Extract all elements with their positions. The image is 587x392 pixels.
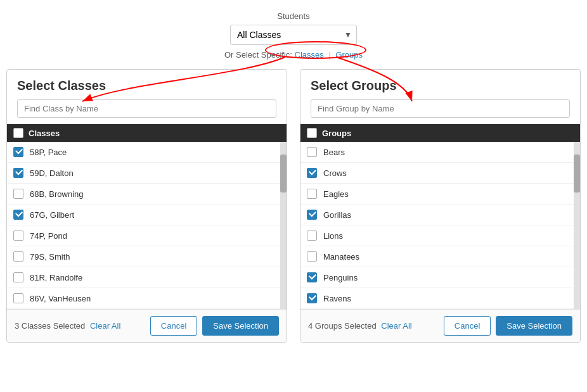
groups-header-label: Groups <box>322 129 351 138</box>
item-label: 59D, Dalton <box>30 168 74 178</box>
item-checkbox-checked[interactable] <box>307 293 317 303</box>
item-checkbox-unchecked[interactable] <box>13 293 23 303</box>
list-item[interactable]: 86V, VanHeusen <box>7 288 280 309</box>
item-checkbox-unchecked[interactable] <box>307 147 317 157</box>
classes-list-wrapper: 58P, Pace 59D, Dalton 68B, Browning 67G,… <box>7 142 287 309</box>
item-checkbox-checked[interactable] <box>13 210 23 220</box>
pipe-separator: | <box>328 50 330 60</box>
item-label: Eagles <box>323 189 349 199</box>
item-label: Crows <box>323 168 347 178</box>
groups-list-header: Groups <box>300 124 580 142</box>
list-item[interactable]: 79S, Smith <box>7 246 280 267</box>
item-label: 68B, Browning <box>30 189 84 199</box>
classes-save-button[interactable]: Save Selection <box>202 316 279 336</box>
item-checkbox-checked[interactable] <box>307 210 317 220</box>
list-item[interactable]: 67G, Gilbert <box>7 205 280 225</box>
item-label: 58P, Pace <box>30 148 67 157</box>
item-label: Ravens <box>323 294 351 303</box>
item-checkbox-checked[interactable] <box>13 168 23 178</box>
students-dropdown-wrapper: All Classes Specific Class All Groups ▼ <box>230 25 357 45</box>
list-item[interactable]: Crows <box>300 163 574 184</box>
groups-link[interactable]: Groups <box>335 50 363 60</box>
classes-panel-footer: 3 Classes Selected Clear All Cancel Save… <box>7 309 287 342</box>
item-checkbox-checked[interactable] <box>307 272 317 282</box>
classes-selection-count: 3 Classes Selected Clear All <box>15 321 145 331</box>
item-label: 74P, Pond <box>30 231 67 241</box>
top-section: Students All Classes Specific Class All … <box>0 0 587 66</box>
groups-clear-all-link[interactable]: Clear All <box>381 321 411 331</box>
groups-scrollbar-track[interactable] <box>574 142 580 309</box>
classes-header-checkbox[interactable] <box>13 128 23 138</box>
list-item[interactable]: 74P, Pond <box>7 225 280 246</box>
list-item[interactable]: Bears <box>300 142 574 163</box>
list-item[interactable]: Manatees <box>300 246 574 267</box>
item-checkbox-unchecked[interactable] <box>13 272 23 282</box>
classes-list-header: Classes <box>7 124 287 142</box>
or-select-line: Or Select Specific: Classes | Groups <box>224 50 363 60</box>
groups-save-button[interactable]: Save Selection <box>496 316 572 336</box>
item-checkbox-checked[interactable] <box>307 168 317 178</box>
groups-scrollbar-thumb[interactable] <box>574 155 580 193</box>
groups-list-wrapper: Bears Crows Eagles Gorillas Lions <box>300 142 580 309</box>
groups-header-checkbox[interactable] <box>307 128 317 138</box>
item-label: 79S, Smith <box>30 252 70 262</box>
groups-selection-count: 4 Groups Selected Clear All <box>308 321 439 331</box>
classes-panel-title: Select Classes <box>7 70 287 99</box>
list-item[interactable]: 68B, Browning <box>7 184 280 205</box>
list-item[interactable]: Lions <box>300 225 574 246</box>
list-item[interactable]: 59D, Dalton <box>7 163 280 184</box>
classes-scrollbar-thumb[interactable] <box>280 155 287 193</box>
students-dropdown[interactable]: All Classes Specific Class All Groups <box>230 25 357 45</box>
groups-search-input[interactable] <box>311 99 570 118</box>
groups-panel-title: Select Groups <box>300 70 580 99</box>
classes-header-label: Classes <box>29 129 60 138</box>
groups-list-scroll[interactable]: Bears Crows Eagles Gorillas Lions <box>300 142 574 309</box>
item-checkbox-unchecked[interactable] <box>307 231 317 241</box>
item-checkbox-unchecked[interactable] <box>13 231 23 241</box>
panels-container: Select Classes Classes 58P, Pace 59D, Da… <box>0 69 587 343</box>
item-checkbox-unchecked[interactable] <box>13 189 23 199</box>
item-label: Bears <box>323 148 345 157</box>
item-label: Manatees <box>323 252 359 262</box>
item-label: 81R, Randolfe <box>30 273 82 282</box>
list-item[interactable]: Gorillas <box>300 205 574 225</box>
item-checkbox-unchecked[interactable] <box>13 251 23 262</box>
classes-scrollbar-track[interactable] <box>280 142 287 309</box>
list-item[interactable]: Eagles <box>300 184 574 205</box>
classes-clear-all-link[interactable]: Clear All <box>90 321 120 331</box>
classes-list-scroll[interactable]: 58P, Pace 59D, Dalton 68B, Browning 67G,… <box>7 142 280 309</box>
list-item[interactable]: Penguins <box>300 267 574 288</box>
classes-search-input[interactable] <box>17 99 276 118</box>
groups-cancel-button[interactable]: Cancel <box>444 316 491 336</box>
classes-cancel-button[interactable]: Cancel <box>150 316 197 336</box>
item-label: Lions <box>323 231 343 241</box>
groups-panel-footer: 4 Groups Selected Clear All Cancel Save … <box>300 309 580 342</box>
item-label: Penguins <box>323 273 358 282</box>
item-checkbox-checked[interactable] <box>13 147 23 157</box>
classes-link[interactable]: Classes <box>295 50 324 60</box>
classes-panel: Select Classes Classes 58P, Pace 59D, Da… <box>6 69 287 343</box>
item-label: 86V, VanHeusen <box>30 294 91 303</box>
list-item[interactable]: Ravens <box>300 288 574 309</box>
students-label: Students <box>277 11 309 21</box>
item-checkbox-unchecked[interactable] <box>307 189 317 199</box>
item-label: 67G, Gilbert <box>30 210 74 220</box>
groups-panel: Select Groups Groups Bears Crows Eagles <box>300 69 581 343</box>
item-checkbox-unchecked[interactable] <box>307 251 317 262</box>
list-item[interactable]: 58P, Pace <box>7 142 280 163</box>
item-label: Gorillas <box>323 210 351 220</box>
list-item[interactable]: 81R, Randolfe <box>7 267 280 288</box>
